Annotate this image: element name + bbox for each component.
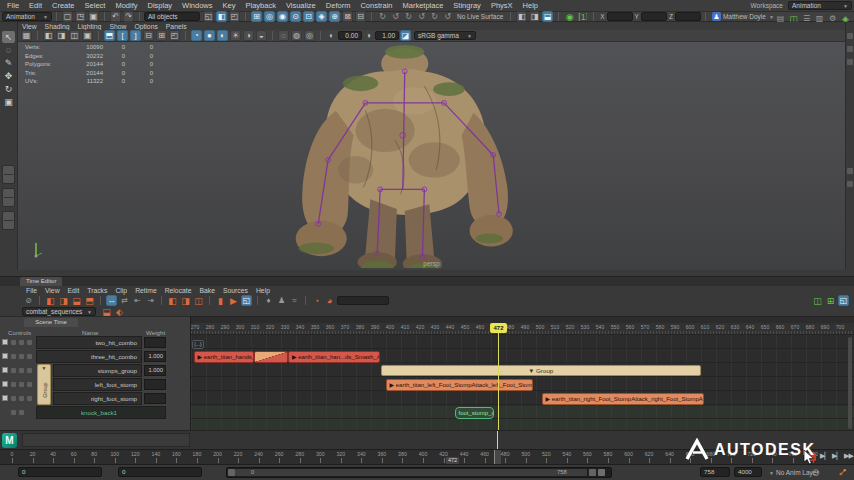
scene-authoring-icon[interactable]: ◱ bbox=[241, 295, 252, 306]
track-name[interactable]: stomps_group bbox=[53, 364, 142, 377]
make-live-icon[interactable]: ◈ bbox=[316, 11, 327, 22]
track-name[interactable]: three_hit_combo bbox=[36, 350, 142, 363]
track-control-icon[interactable] bbox=[11, 340, 16, 345]
track-control-icon[interactable] bbox=[27, 368, 32, 373]
te-menu-help[interactable]: Help bbox=[252, 287, 274, 294]
gamma-icon[interactable]: ◑ bbox=[363, 30, 374, 41]
track-control-icon[interactable] bbox=[11, 396, 16, 401]
character-icon[interactable]: ♟ bbox=[276, 295, 287, 306]
track-control-icon[interactable] bbox=[19, 368, 24, 373]
te-menu-file[interactable]: File bbox=[22, 287, 41, 294]
time-slider-playhead[interactable] bbox=[494, 450, 501, 464]
render-icon[interactable]: ↺ bbox=[442, 11, 453, 22]
panel-menu-lighting[interactable]: Lighting bbox=[74, 23, 106, 30]
trim-start-icon[interactable]: ◧ bbox=[167, 295, 178, 306]
resolution-gate-icon[interactable]: ] bbox=[130, 30, 141, 41]
hold-clip-icon[interactable]: ▮ bbox=[215, 295, 226, 306]
frame-playback-range-icon[interactable]: ◫ bbox=[812, 295, 823, 306]
snap-together-icon[interactable]: ⊕ bbox=[329, 11, 340, 22]
lighting-icon[interactable]: ☀ bbox=[230, 30, 241, 41]
menu-physx[interactable]: PhysX bbox=[486, 1, 518, 10]
loop-clip-icon[interactable]: ▶ bbox=[228, 295, 239, 306]
clip-red[interactable]: ▶ earth_titan_hands_3 bbox=[194, 351, 254, 363]
playhead-flag[interactable]: 472 bbox=[490, 323, 507, 333]
add-audio-icon[interactable]: ◨ bbox=[58, 295, 69, 306]
layer-editor-tab-icon[interactable] bbox=[847, 46, 853, 52]
scene-time-tab[interactable]: Scene Time bbox=[24, 318, 78, 327]
remove-retime-icon[interactable]: ◕ bbox=[324, 295, 335, 306]
snap-view-plane-icon[interactable]: ⊡ bbox=[303, 11, 314, 22]
add-retime-icon[interactable]: ◔ bbox=[311, 295, 322, 306]
te-menu-sources[interactable]: Sources bbox=[219, 287, 252, 294]
track-control-icon[interactable] bbox=[19, 382, 24, 387]
scale-tool-icon[interactable]: ▣ bbox=[2, 96, 15, 108]
menu-visualize[interactable]: Visualize bbox=[281, 1, 321, 10]
z-coordinate-field[interactable] bbox=[675, 12, 701, 21]
track-control-icon[interactable] bbox=[19, 410, 24, 415]
te-menu-retime[interactable]: Retime bbox=[131, 287, 161, 294]
rotate-tool-icon[interactable]: ↻ bbox=[2, 83, 15, 95]
track-control-icon[interactable] bbox=[11, 382, 16, 387]
exposure-icon[interactable]: ◐ bbox=[326, 30, 337, 41]
clip-collapsed[interactable]: (...) bbox=[192, 340, 204, 349]
redo-icon[interactable]: ↷ bbox=[123, 11, 134, 22]
clip-orange[interactable]: ▶ earth_titan_right_Foot_StompAttack_rig… bbox=[542, 393, 704, 405]
range-slider[interactable]: 0 758 bbox=[226, 467, 612, 478]
ripple-trim-icon[interactable]: ⇥ bbox=[145, 295, 156, 306]
track-row[interactable]: two_hit_combo bbox=[0, 336, 190, 349]
menu-deform[interactable]: Deform bbox=[321, 1, 356, 10]
save-scene-icon[interactable]: ▣ bbox=[88, 11, 99, 22]
select-hierarchy-icon[interactable]: ◱ bbox=[203, 11, 214, 22]
track-weight-field[interactable]: 1.000 bbox=[144, 365, 166, 376]
snap-curve-icon[interactable]: ◎ bbox=[264, 11, 275, 22]
menu-help[interactable]: Help bbox=[518, 1, 543, 10]
menu-stingray[interactable]: Stingray bbox=[448, 1, 486, 10]
symmetry-off-icon[interactable]: ◧ bbox=[516, 11, 527, 22]
track-row[interactable]: three_hit_combo1.000 bbox=[0, 350, 190, 363]
track-name[interactable]: knock_back1 bbox=[36, 406, 166, 419]
track-checkbox[interactable] bbox=[2, 339, 8, 345]
input-connections-icon[interactable]: ↻ bbox=[377, 11, 388, 22]
attribute-tab-icon[interactable] bbox=[847, 59, 853, 65]
y-coordinate-field[interactable] bbox=[641, 12, 667, 21]
animation-end-field[interactable]: 4000 bbox=[734, 467, 762, 477]
add-animation-source-icon[interactable]: ◧ bbox=[45, 295, 56, 306]
menu-select[interactable]: Select bbox=[80, 1, 111, 10]
track-control-icon[interactable] bbox=[27, 354, 32, 359]
time-editor-timeline[interactable]: 2702802903003103203303403503603703803904… bbox=[190, 316, 854, 431]
frame-bracket-icon[interactable]: [1] bbox=[577, 11, 588, 22]
dock-tab[interactable] bbox=[22, 433, 190, 447]
history-icon[interactable]: ↻ bbox=[403, 11, 414, 22]
sequence-dropdown[interactable]: combat_sequences ▼ bbox=[22, 307, 96, 316]
menu-set-dropdown[interactable]: Animation ▼ bbox=[2, 12, 52, 21]
menu-constrain[interactable]: Constrain bbox=[355, 1, 397, 10]
range-end-handle[interactable] bbox=[589, 469, 596, 476]
user-account[interactable]: ♟ Matthew Doyle ▼ bbox=[710, 12, 774, 21]
clip-red[interactable]: ▶ earth_titan_han...ds_Smash_Attack bbox=[288, 351, 380, 363]
track-row[interactable]: knock_back1 bbox=[0, 406, 190, 419]
menu-windows[interactable]: Windows bbox=[177, 1, 217, 10]
frame-all-icon[interactable]: ⊞ bbox=[825, 295, 836, 306]
lasso-tool-icon[interactable]: ◌ bbox=[2, 44, 15, 56]
clip-orange[interactable]: ▶ earth_titan_left_Foot_StompAttack_left… bbox=[386, 379, 533, 391]
icon[interactable] bbox=[337, 296, 389, 305]
highlight-selection-icon[interactable]: ⊟ bbox=[355, 11, 366, 22]
move-clip-icon[interactable]: ↔ bbox=[106, 295, 117, 306]
snap-point-icon[interactable]: ◉ bbox=[277, 11, 288, 22]
ripple-insert-icon[interactable]: ⇤ bbox=[132, 295, 143, 306]
track-control-icon[interactable] bbox=[11, 410, 16, 415]
snap-grid-icon[interactable]: ⊞ bbox=[251, 11, 262, 22]
layout-persp-outliner-button[interactable] bbox=[2, 211, 15, 230]
track-weight-field[interactable] bbox=[144, 379, 166, 390]
menu-key[interactable]: Key bbox=[218, 1, 241, 10]
image-plane-icon[interactable]: ▣ bbox=[82, 30, 93, 41]
xray-icon[interactable]: ◍ bbox=[291, 30, 302, 41]
color-management-icon[interactable]: ◪ bbox=[400, 30, 411, 41]
range-grab-handle[interactable] bbox=[598, 469, 605, 476]
clip-xfade[interactable] bbox=[254, 351, 289, 363]
gamma-field[interactable]: 1.00 bbox=[375, 31, 399, 40]
camera-attrs-icon[interactable]: ◨ bbox=[56, 30, 67, 41]
menu-display[interactable]: Display bbox=[143, 1, 178, 10]
paint-select-tool-icon[interactable]: ✎ bbox=[2, 57, 15, 69]
shaded-icon[interactable]: ● bbox=[204, 30, 215, 41]
